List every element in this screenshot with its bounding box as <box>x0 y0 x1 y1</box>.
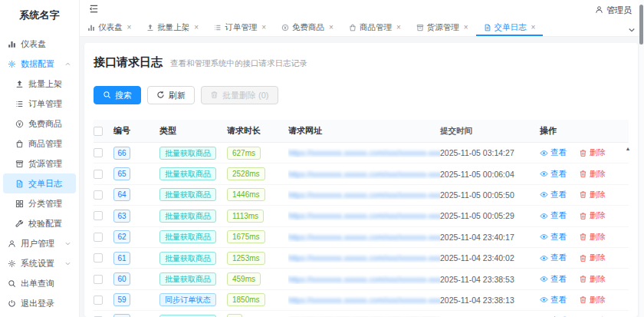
sidebar-item-9[interactable]: 校验配置 <box>3 213 76 233</box>
page-scrollbar-thumb[interactable] <box>639 5 643 45</box>
tab-3[interactable]: 免费商品× <box>274 20 341 36</box>
tabs-chevron-down-icon[interactable] <box>627 24 636 33</box>
page-title: 接口请求日志 <box>94 55 163 70</box>
tab-1[interactable]: 批量上架× <box>139 20 206 36</box>
request-url-link[interactable]: https://xxxxxxxx.xxxxxx.com/xxx/xxxxxxx-… <box>288 212 440 220</box>
table-body: 66批量获取商品627mshttps://xxxxxxxx.xxxxxx.com… <box>94 143 629 317</box>
row-id-badge: 64 <box>113 188 130 201</box>
log-table: 编号类型请求时长请求网址提交时间操作 66批量获取商品627mshttps://… <box>94 120 629 317</box>
collapse-sidebar-button[interactable] <box>89 3 99 17</box>
table-row: 64批量获取商品1446mshttps://xxxxxxxx.xxxxxx.co… <box>94 185 629 206</box>
sidebar-item-13[interactable]: 退出登录 <box>3 293 76 313</box>
delete-button[interactable]: 删除 <box>579 232 606 243</box>
page-scrollbar[interactable] <box>639 0 644 317</box>
sidebar-item-label: 货源管理 <box>28 158 71 170</box>
sidebar-item-4[interactable]: 免费商品 <box>3 114 76 134</box>
view-button[interactable]: 查看 <box>540 274 567 285</box>
sidebar-item-label: 仪表盘 <box>21 38 71 50</box>
tab-close-icon[interactable]: × <box>194 24 199 31</box>
sidebar-item-7[interactable]: 交单日志 <box>3 173 76 193</box>
order-list-icon <box>15 100 24 108</box>
tab-close-icon[interactable]: × <box>464 24 468 31</box>
request-url-link[interactable]: https://xxxxxxxx.xxxxxx.com/xxx/xxxxxxx-… <box>288 233 440 242</box>
tab-close-icon[interactable]: × <box>329 24 334 31</box>
delete-button[interactable]: 删除 <box>579 295 606 305</box>
view-button[interactable]: 查看 <box>540 190 567 200</box>
tab-6[interactable]: 交单日志× <box>476 20 544 36</box>
batch-delete-label: 批量删除 (0) <box>222 90 269 101</box>
view-button[interactable]: 查看 <box>540 295 567 305</box>
row-checkbox[interactable] <box>94 190 103 200</box>
sidebar-item-1[interactable]: 数据配置 <box>3 54 76 74</box>
sidebar-item-2[interactable]: 批量上架 <box>3 74 76 94</box>
user-name: 管理员 <box>606 5 632 16</box>
delete-button[interactable]: 删除 <box>579 147 606 158</box>
tab-4[interactable]: 商品管理× <box>341 20 409 36</box>
view-button[interactable]: 查看 <box>540 169 567 180</box>
view-button-label: 查看 <box>550 169 567 180</box>
type-tag: 同步订单状态 <box>159 293 216 306</box>
row-checkbox[interactable] <box>94 296 103 305</box>
source-icon <box>15 160 24 168</box>
row-checkbox[interactable] <box>94 170 103 179</box>
sidebar-item-6[interactable]: 货源管理 <box>3 154 76 173</box>
table-row: 66批量获取商品627mshttps://xxxxxxxx.xxxxxx.com… <box>94 143 629 163</box>
request-url-link[interactable]: https://xxxxxxxx.xxxxxx.com/xxx/xxxxxxx-… <box>288 254 440 263</box>
delete-button[interactable]: 删除 <box>579 190 606 200</box>
delete-button[interactable]: 删除 <box>579 210 606 221</box>
table-row: 59同步订单状态1850mshttps://xxxxxxxx.xxxxxx.co… <box>94 290 629 311</box>
tab-label: 交单日志 <box>495 22 527 33</box>
delete-button[interactable]: 删除 <box>579 169 606 180</box>
row-id-badge: 60 <box>113 272 130 286</box>
delete-button-label: 删除 <box>590 147 606 158</box>
sidebar-item-10[interactable]: 用户管理 <box>3 233 76 253</box>
search-button[interactable]: 搜索 <box>94 86 141 104</box>
refresh-button[interactable]: 刷新 <box>147 86 195 104</box>
duration-tag: 1253ms <box>227 252 265 265</box>
sidebar-item-0[interactable]: 仪表盘 <box>3 34 76 54</box>
duration-tag: 2528ms <box>227 167 265 180</box>
view-button[interactable]: 查看 <box>540 253 567 263</box>
select-all-checkbox[interactable] <box>94 127 103 136</box>
tab-5[interactable]: 货源管理× <box>409 20 476 36</box>
submit-time: 2025-11-05 00:05:50 <box>440 190 540 200</box>
sidebar-item-5[interactable]: 商品管理 <box>3 134 76 154</box>
tab-close-icon[interactable]: × <box>531 24 536 31</box>
view-button[interactable]: 查看 <box>540 147 567 158</box>
request-url-link[interactable]: https://xxxxxxxx.xxxxxx.com/xxx/xxxxxxx-… <box>288 149 440 157</box>
tab-2[interactable]: 订单管理× <box>206 20 274 36</box>
tab-close-icon[interactable]: × <box>261 24 266 31</box>
view-button-label: 查看 <box>550 274 567 285</box>
sidebar-item-11[interactable]: 系统设置 <box>3 253 76 273</box>
request-url-link[interactable]: https://xxxxxxxx.xxxxxx.com/xxx/xxxxxxx-… <box>288 170 440 179</box>
tab-close-icon[interactable]: × <box>127 24 132 31</box>
table-scroll-up-arrow[interactable]: ▲ <box>624 146 632 151</box>
sidebar-item-3[interactable]: 订单管理 <box>3 94 76 114</box>
delete-button[interactable]: 删除 <box>579 253 606 263</box>
row-checkbox[interactable] <box>94 148 103 157</box>
main-pane: 管理员 仪表盘×批量上架×订单管理×免费商品×商品管理×货源管理×交单日志× 接… <box>80 0 644 317</box>
row-checkbox[interactable] <box>94 275 103 284</box>
request-url-link[interactable]: https://xxxxxxxx.xxxxxx.com/xxx/xxxxxxx-… <box>288 191 440 200</box>
view-button[interactable]: 查看 <box>540 232 567 243</box>
delete-button[interactable]: 删除 <box>579 274 606 285</box>
title-row: 接口请求日志 查看和管理系统中的接口请求日志记录 <box>94 55 629 71</box>
submit-time: 2025-11-04 23:40:02 <box>440 253 540 263</box>
batch-delete-button[interactable]: 批量删除 (0) <box>201 86 278 104</box>
delete-button-label: 删除 <box>590 169 606 180</box>
type-tag: 批量获取商品 <box>159 210 216 223</box>
content-area: 接口请求日志 查看和管理系统中的接口请求日志记录 搜索 刷新 批量删除 (0) <box>80 37 644 317</box>
sidebar-item-8[interactable]: 分类管理 <box>3 193 76 213</box>
tab-0[interactable]: 仪表盘× <box>80 20 139 36</box>
view-button[interactable]: 查看 <box>540 210 567 221</box>
request-url-link[interactable]: https://xxxxxxxx.xxxxxx.com/xxx/xxxxxxx-… <box>288 276 440 284</box>
user-menu[interactable]: 管理员 <box>595 5 632 16</box>
row-checkbox[interactable] <box>94 253 103 263</box>
sidebar-item-12[interactable]: 出单查询 <box>3 273 76 293</box>
row-checkbox[interactable] <box>94 211 103 220</box>
tab-close-icon[interactable]: × <box>396 24 401 31</box>
row-checkbox[interactable] <box>94 233 103 242</box>
tab-label: 批量上架 <box>157 22 189 33</box>
request-url-link[interactable]: https://xxxxxxxx.xxxxxx.com/xxx/xxxxxxx-… <box>288 296 440 305</box>
user-icon <box>8 239 16 248</box>
